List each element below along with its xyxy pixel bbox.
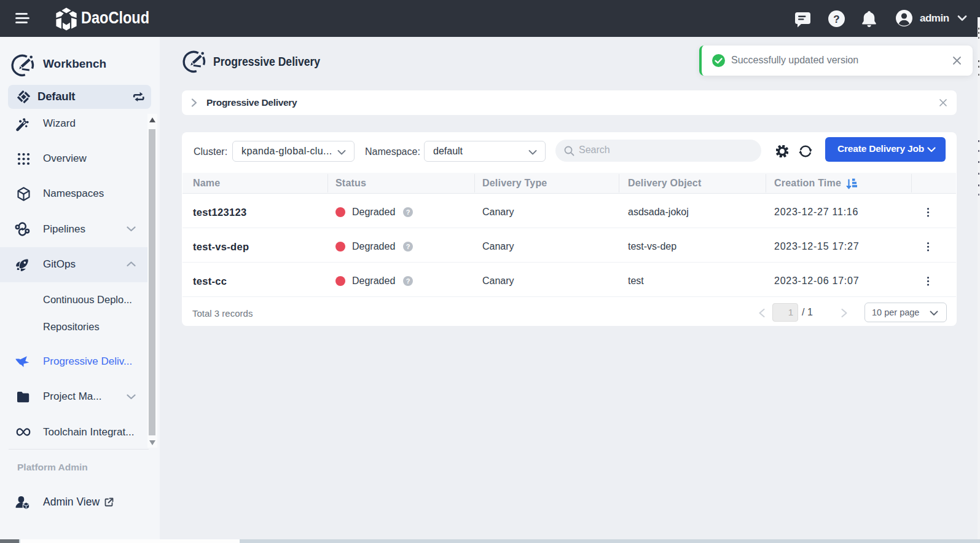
svg-text:?: ? — [406, 243, 410, 250]
svg-text:?: ? — [406, 208, 410, 216]
svg-text:?: ? — [406, 277, 410, 285]
svg-text:?: ? — [833, 14, 839, 25]
